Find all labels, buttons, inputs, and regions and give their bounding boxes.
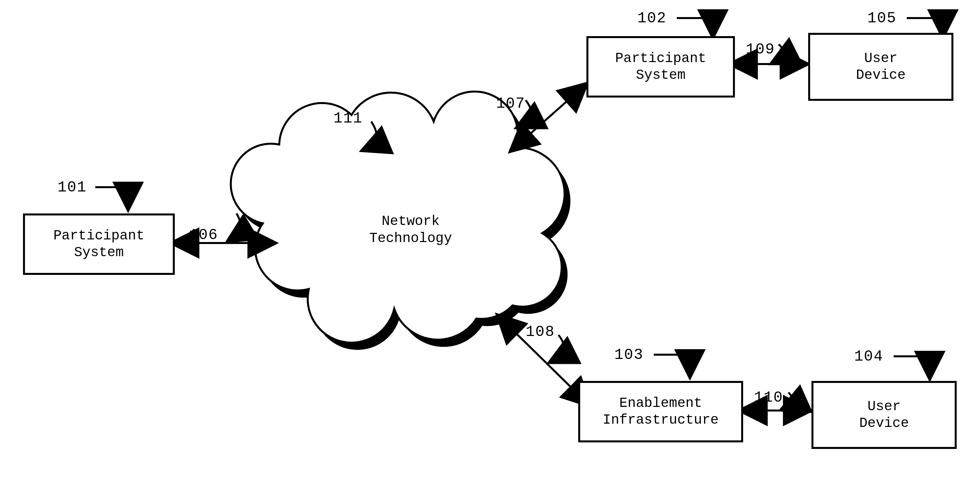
node-user-device-top: User Device xyxy=(808,33,953,101)
node-label-line1: Participant xyxy=(615,50,706,67)
node-label-line1: Enablement xyxy=(619,395,702,411)
node-label-line2: Device xyxy=(856,67,905,83)
diagram-stage: Participant System Participant System Us… xyxy=(0,0,980,489)
node-label-line1: User xyxy=(868,399,901,415)
node-participant-system-right: Participant System xyxy=(586,36,735,98)
node-label-line2: Infrastructure xyxy=(603,412,719,428)
ref-110: 110 xyxy=(754,389,783,406)
node-cloud: Network Technology xyxy=(296,164,526,295)
ref-111: 111 xyxy=(334,110,363,127)
node-enablement-infrastructure: Enablement Infrastructure xyxy=(578,381,743,442)
ref-107: 107 xyxy=(496,95,525,112)
ref-109: 109 xyxy=(746,41,775,58)
node-user-device-bottom: User Device xyxy=(811,381,957,449)
ref-101: 101 xyxy=(57,179,87,196)
cloud-label-line1: Network xyxy=(369,213,452,230)
ref-108: 108 xyxy=(526,324,555,341)
cloud-label-line2: Technology xyxy=(369,230,452,247)
node-label-line2: System xyxy=(636,67,685,83)
node-label-line1: Participant xyxy=(53,228,144,244)
node-label-line1: User xyxy=(864,50,897,67)
node-label-line2: System xyxy=(74,244,124,261)
ref-103: 103 xyxy=(614,346,644,364)
ref-105: 105 xyxy=(867,10,897,27)
ref-104: 104 xyxy=(854,348,883,365)
ref-106: 106 xyxy=(189,227,218,244)
node-label-line2: Device xyxy=(859,415,909,432)
ref-102: 102 xyxy=(637,10,667,27)
node-participant-system-left: Participant System xyxy=(23,213,175,275)
